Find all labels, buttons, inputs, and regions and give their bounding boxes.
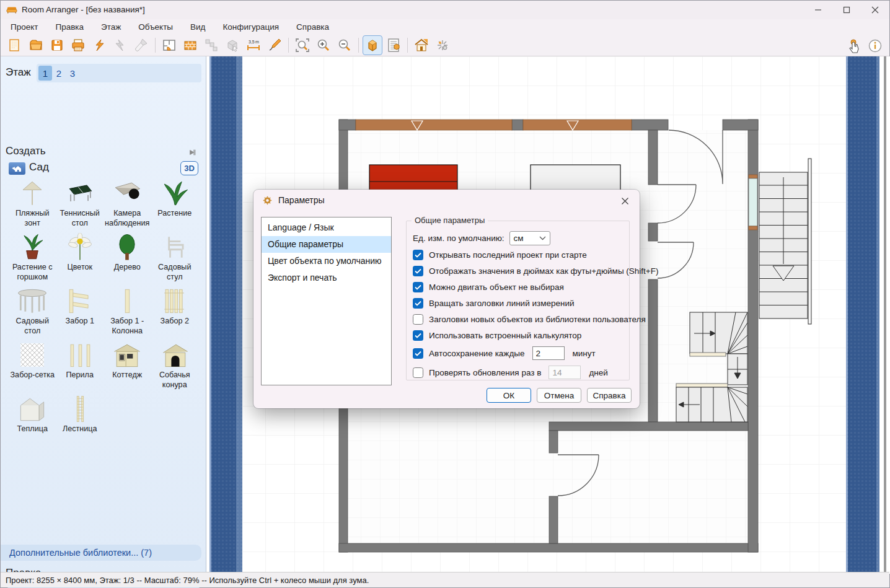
unit-combobox[interactable]: см xyxy=(509,231,550,245)
measure-button[interactable] xyxy=(244,35,263,55)
minimize-button[interactable] xyxy=(804,1,832,19)
library-item-5[interactable]: Цветок xyxy=(56,233,104,282)
library-item-9[interactable]: Забор 1 xyxy=(56,287,104,336)
report-button[interactable] xyxy=(384,35,403,55)
zoom-fit-button[interactable] xyxy=(293,35,312,55)
option-input-6[interactable] xyxy=(532,346,565,360)
save-project-icon xyxy=(50,38,64,53)
explode-view-icon xyxy=(435,38,450,53)
edit-points-button[interactable] xyxy=(201,35,221,55)
library-item-17[interactable]: Лестница xyxy=(56,395,104,434)
add-wall-button[interactable] xyxy=(180,35,200,55)
touch-mode-button[interactable] xyxy=(844,36,864,56)
mesh-thumbnail xyxy=(15,341,50,369)
collapse-pin-icon[interactable] xyxy=(188,148,197,157)
library-item-label: Пляжный зонт xyxy=(9,209,56,228)
zoom-in-button[interactable] xyxy=(314,35,333,55)
library-item-13[interactable]: Перила xyxy=(56,341,104,390)
dialog-nav-item-1[interactable]: Общие параметры xyxy=(262,236,391,253)
zoom-out-button[interactable] xyxy=(335,35,355,55)
menu-item-3[interactable]: Объекты xyxy=(130,19,182,35)
new-project-button[interactable] xyxy=(5,35,25,55)
checkbox-2[interactable] xyxy=(413,282,423,292)
library-item-8[interactable]: Садовый стол xyxy=(9,287,56,336)
dialog-button-ок[interactable]: ОК xyxy=(487,388,531,403)
library-item-12[interactable]: Забор-сетка xyxy=(9,341,56,390)
menu-item-6[interactable]: Справка xyxy=(288,19,338,35)
floor-tab-2[interactable]: 2 xyxy=(52,66,66,81)
category-3d-button[interactable]: 3D xyxy=(180,161,198,175)
dialog-title-bar[interactable]: Параметры xyxy=(253,190,640,212)
library-item-label: Садовый стол xyxy=(9,317,56,336)
category-home-button[interactable] xyxy=(9,162,25,175)
option-label-5: Использовать встроенный калькулятор xyxy=(429,331,581,340)
about-button[interactable] xyxy=(865,36,885,56)
fence2-thumbnail xyxy=(157,287,192,315)
undo-button[interactable] xyxy=(89,35,109,55)
draw-button[interactable] xyxy=(265,35,284,55)
floor-tab-3[interactable]: 3 xyxy=(66,66,79,81)
camera-thumbnail xyxy=(110,179,144,208)
menu-item-5[interactable]: Конфигурация xyxy=(214,19,288,35)
category-label[interactable]: Сад xyxy=(29,161,49,173)
scrollbar-track[interactable] xyxy=(884,56,886,574)
option-input-7[interactable] xyxy=(549,366,581,379)
library-item-14[interactable]: Коттедж xyxy=(104,341,151,390)
dialog-buttons: ОКОтменаСправка xyxy=(487,388,632,403)
check-icon xyxy=(415,351,421,356)
library-item-6[interactable]: Дерево xyxy=(104,233,151,282)
toolbar-separator xyxy=(155,38,156,53)
walkthrough-3d-button[interactable] xyxy=(412,35,431,55)
option-label-3: Вращать заголовки линий измерений xyxy=(429,299,575,308)
library-item-3[interactable]: Растение xyxy=(151,179,199,228)
toolbar-main xyxy=(4,35,453,55)
add-room-button[interactable] xyxy=(159,35,179,55)
library-item-2[interactable]: Камера наблюдения xyxy=(104,179,151,228)
dialog-nav-item-2[interactable]: Цвет объекта по умолчанию xyxy=(262,253,391,270)
option-suffix-7: дней xyxy=(589,368,607,377)
dialog-button-отмена[interactable]: Отмена xyxy=(537,388,581,403)
staircase-straight[interactable] xyxy=(759,159,811,324)
library-item-11[interactable]: Забор 2 xyxy=(151,287,199,336)
library-item-4[interactable]: Растение с горшком xyxy=(9,233,56,282)
about-icon xyxy=(868,38,883,53)
dialog-button-справка[interactable]: Справка xyxy=(587,388,632,403)
library-item-7[interactable]: Садовый стул xyxy=(151,233,199,282)
menu-item-0[interactable]: Проект xyxy=(2,19,46,35)
menu-item-4[interactable]: Вид xyxy=(182,19,214,35)
open-project-button[interactable] xyxy=(26,35,46,55)
home-icon xyxy=(11,164,24,173)
library-item-15[interactable]: Собачья конура xyxy=(151,341,199,390)
view-3d-button[interactable] xyxy=(363,35,382,55)
status-text: Проект: 8255 × 8400 мм, Этаж: 1/3 -- Мас… xyxy=(1,576,369,585)
checkbox-1[interactable] xyxy=(413,266,423,276)
dialog-title: Параметры xyxy=(278,195,325,205)
checkbox-6[interactable] xyxy=(413,348,423,359)
checkbox-5[interactable] xyxy=(413,330,423,341)
print-button[interactable] xyxy=(68,35,88,55)
menu-item-2[interactable]: Этаж xyxy=(92,19,130,35)
close-button[interactable] xyxy=(861,1,889,19)
library-item-10[interactable]: Забор 1 - Колонна xyxy=(104,287,151,336)
checkbox-3[interactable] xyxy=(413,298,423,309)
redo-button[interactable] xyxy=(110,35,130,55)
format-brush-button[interactable] xyxy=(131,35,151,55)
library-item-0[interactable]: Пляжный зонт xyxy=(9,179,56,228)
dialog-nav-item-0[interactable]: Language / Язык xyxy=(262,219,391,236)
library-item-16[interactable]: Теплица xyxy=(9,395,56,434)
menu-item-1[interactable]: Правка xyxy=(46,19,92,35)
floor-tab-1[interactable]: 1 xyxy=(38,66,52,81)
checkbox-0[interactable] xyxy=(413,250,423,260)
column-thumbnail xyxy=(110,287,144,315)
maximize-button[interactable] xyxy=(832,1,861,19)
library-item-1[interactable]: Теннисный стол xyxy=(56,179,104,228)
insert-object-button[interactable] xyxy=(222,35,242,55)
checkbox-7[interactable] xyxy=(413,367,423,378)
canvas-margin-left xyxy=(209,56,242,574)
explode-view-button[interactable] xyxy=(433,35,452,55)
dialog-close-button[interactable] xyxy=(616,193,633,208)
checkbox-4[interactable] xyxy=(413,314,423,325)
dialog-nav-item-3[interactable]: Экспорт и печать xyxy=(262,270,391,286)
save-project-button[interactable] xyxy=(47,35,67,55)
more-libraries-link[interactable]: Дополнительные библиотеки... (7) xyxy=(1,545,201,561)
